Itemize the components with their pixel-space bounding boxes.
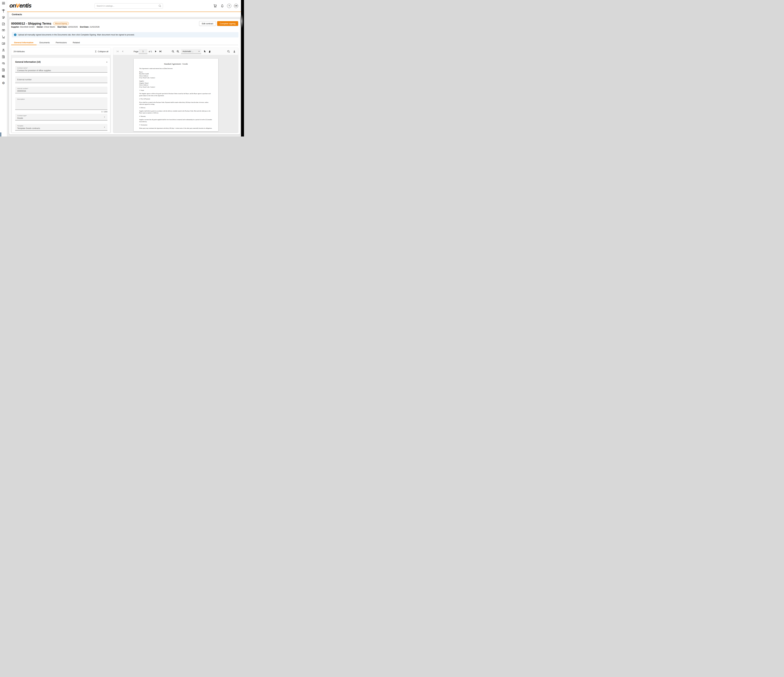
onventis-logo[interactable]: onventis: [9, 1, 31, 9]
download-icon[interactable]: [232, 50, 236, 53]
section-title: General Information (10): [15, 61, 40, 63]
meta-end-date: End Date:21/02/2026: [80, 26, 100, 28]
collapse-all-label: Collapse all: [98, 50, 108, 53]
sidebar: ▼ § ⚙: [0, 0, 7, 137]
tab-general-information[interactable]: General Information: [11, 40, 37, 45]
menu-hamburger-icon[interactable]: [2, 2, 5, 5]
internal-number-value: 00000034: [17, 90, 26, 92]
list-check-icon[interactable]: [2, 75, 5, 78]
page-number-input[interactable]: [138, 49, 148, 54]
contract-type-label: Contract type*: [17, 115, 26, 116]
svg-text:§: §: [4, 70, 4, 71]
info-icon: i: [14, 34, 17, 36]
logo-check-v: v: [16, 1, 19, 9]
avatar[interactable]: CM: [234, 4, 238, 8]
meta-start-date: Start Date:15/02/2025: [58, 26, 78, 28]
sidebar-expand-caret-icon[interactable]: ▼: [3, 12, 4, 13]
page-total-label: of 1: [149, 50, 152, 53]
help-question-glyph: ?: [229, 5, 230, 7]
general-information-section: General Information (10) ▲ Contract name…: [12, 58, 110, 133]
complete-signing-button[interactable]: Complete signing: [217, 21, 238, 26]
pdf-document-text: Standard Agreement - Goods This Agreemen…: [134, 59, 218, 129]
user-icon[interactable]: [2, 48, 5, 52]
edit-contract-button[interactable]: Edit contract: [199, 21, 216, 26]
logo-text-on: on: [9, 2, 16, 9]
contract-name-label: Contract name*: [17, 67, 28, 69]
screen-right-edge: [241, 0, 244, 137]
template-label: Template: [17, 125, 23, 127]
meta-owner: Owner:Chloé Martin: [37, 26, 55, 28]
contract-type-value: Goods: [17, 117, 23, 119]
internal-number-label: Internal number*: [17, 88, 28, 89]
page-label: Page: [134, 50, 138, 53]
header-action-icons: ? CM: [213, 0, 238, 12]
description-char-counter: 0 / 1000: [98, 111, 107, 113]
page-title: 00000012 - Shipping Terms: [11, 22, 51, 25]
chevron-down-icon: ▼: [104, 126, 105, 128]
collapse-all-icon: [95, 50, 97, 53]
pdf-supplier-block: Supplier: [Supplier Name] [Street Addres…: [139, 80, 213, 88]
description-field[interactable]: Description: [15, 97, 107, 110]
top-header-bar: onventis ? CM: [7, 0, 241, 12]
next-page-button[interactable]: [154, 50, 157, 53]
attributes-panel-body: General Information (10) ▲ Contract name…: [11, 55, 111, 133]
pdf-document-title: Standard Agreement - Goods: [139, 63, 213, 65]
cart-icon[interactable]: [213, 4, 217, 8]
document-percent-icon[interactable]: [2, 55, 5, 59]
attributes-panel: 29 Attributes Collapse all General Infor…: [11, 48, 111, 133]
tab-bar: General Information Documents Permission…: [11, 40, 238, 45]
chevron-down-icon: ▼: [104, 116, 105, 118]
settings-gear-icon[interactable]: ⚙: [2, 81, 5, 85]
logo-text-entis: entis: [19, 2, 31, 9]
zoom-mode-value: Automatic ...: [182, 50, 193, 53]
external-number-field[interactable]: External number: [15, 76, 107, 83]
last-page-button[interactable]: [159, 50, 162, 53]
notifications-bell-icon[interactable]: [220, 4, 224, 8]
text-select-cursor-icon[interactable]: [203, 50, 207, 53]
search-icon[interactable]: [159, 5, 162, 8]
hand-truck-icon[interactable]: [2, 16, 5, 19]
tab-documents[interactable]: Documents: [37, 40, 53, 45]
pdf-page: Standard Agreement - Goods This Agreemen…: [134, 59, 218, 131]
bar-chart-icon[interactable]: [2, 42, 5, 45]
collapse-all-button[interactable]: Collapse all: [95, 50, 108, 53]
tab-permissions[interactable]: Permissions: [53, 40, 70, 45]
first-page-button[interactable]: [116, 50, 120, 53]
attributes-panel-header: 29 Attributes Collapse all: [11, 48, 111, 55]
catalog-book-icon[interactable]: [2, 28, 5, 32]
title-row: 00000012 - Shipping Terms Manual Signing…: [11, 21, 238, 26]
contract-meta: Supplier:BüroWelt GmbH Owner:Chloé Marti…: [11, 26, 100, 28]
contract-detail-card: 00000012 - Shipping Terms Manual Signing…: [9, 19, 240, 135]
contract-name-field[interactable]: Contract name* Contract for provision of…: [15, 66, 107, 73]
help-icon[interactable]: ?: [227, 4, 231, 8]
pdf-toolbar: Page of 1 Automatic ... ▼: [113, 48, 238, 55]
section-collapse-icon[interactable]: ▲: [106, 61, 107, 63]
external-number-label: External number: [17, 76, 32, 83]
document-section-icon[interactable]: §: [2, 68, 5, 72]
sidebar-scrollbar-thumb[interactable]: [0, 132, 2, 137]
template-value: Template Goods contracts: [17, 127, 40, 129]
pdf-buyer-block: Buyer: BüroWelt GmbH [Street Address] [C…: [139, 71, 213, 79]
previous-page-button[interactable]: [121, 50, 124, 53]
hand-pan-icon[interactable]: [208, 50, 212, 53]
section-header[interactable]: General Information (10) ▲: [15, 61, 107, 63]
template-select[interactable]: Template Template Goods contracts ▼: [15, 124, 107, 131]
tab-related[interactable]: Related: [70, 40, 83, 45]
internal-number-field[interactable]: Internal number* 00000034: [15, 87, 107, 93]
catalog-search: [95, 3, 163, 9]
description-label: Description: [17, 98, 25, 100]
search-input[interactable]: [95, 3, 163, 9]
pdf-viewer-canvas[interactable]: Standard Agreement - Goods This Agreemen…: [113, 55, 238, 133]
pdf-viewer: Page of 1 Automatic ... ▼: [113, 48, 238, 133]
app-window: onventis ? CM ▼: [0, 0, 244, 137]
basket-clock-icon[interactable]: [2, 61, 5, 65]
zoom-out-icon[interactable]: [171, 50, 175, 53]
zoom-mode-select[interactable]: Automatic ... ▼: [181, 49, 201, 54]
breadcrumb[interactable]: Contracts: [12, 13, 22, 16]
avatar-initials: CM: [235, 5, 237, 7]
shopping-cart-icon[interactable]: [2, 35, 5, 39]
contract-handshake-icon[interactable]: [2, 22, 5, 26]
zoom-in-icon[interactable]: [176, 50, 180, 53]
contract-type-select[interactable]: Contract type* Goods ▼: [15, 114, 107, 121]
document-search-icon[interactable]: [227, 50, 230, 53]
